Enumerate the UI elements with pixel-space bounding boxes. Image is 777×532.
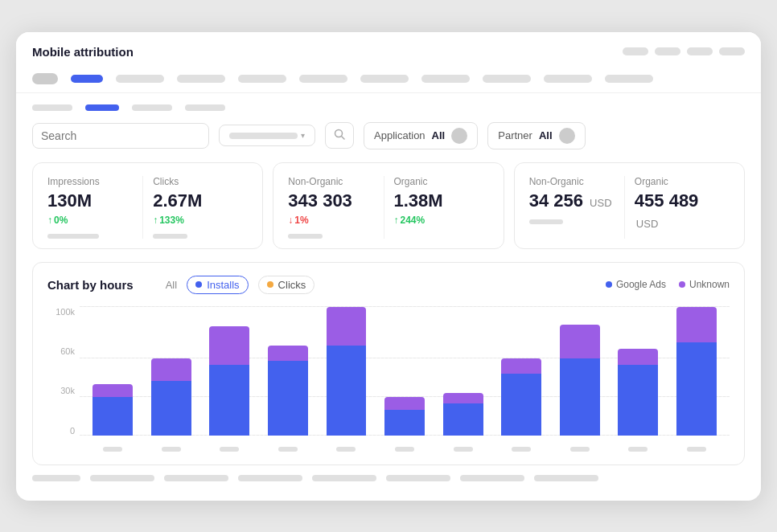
bar-bottom-10 [676, 342, 717, 435]
filter-installs-tag[interactable]: Installs [187, 276, 248, 294]
x-tick-3 [278, 447, 298, 452]
partner-filter[interactable]: Partner All [487, 122, 585, 149]
search-dropdown[interactable]: ▾ [219, 125, 315, 146]
impressions-label: Impressions [47, 176, 133, 187]
chevron-down-icon: ▾ [301, 131, 305, 140]
installs-nonorganic-label: Non-Organic [288, 176, 373, 187]
svg-line-1 [342, 137, 345, 140]
revenue-organic-section: Organic 455 489 USD [635, 176, 730, 239]
application-label: Application [374, 129, 426, 141]
sub-tab-2[interactable] [85, 104, 119, 111]
nav-pill-10[interactable] [544, 75, 592, 83]
search-button[interactable] [325, 122, 354, 149]
bar-stack-8 [560, 325, 600, 436]
bar-stack-5 [384, 397, 425, 436]
installs-nonorganic-change: ↓ 1% [288, 215, 373, 226]
arrow-up-icon: ↑ [47, 215, 52, 226]
search-input[interactable] [41, 129, 200, 142]
bar-group-4 [319, 307, 373, 436]
filter-installs-label: Installs [207, 279, 239, 291]
chart-legend: Google Ads Unknown [606, 279, 730, 290]
window-title: Mobile attribution [32, 45, 134, 59]
installs-dot-icon [195, 281, 202, 288]
installs-nonorganic-section: Non-Organic 343 303 ↓ 1% [288, 176, 384, 239]
arrow-down-icon: ↓ [288, 215, 293, 226]
bar-top-4 [327, 307, 367, 346]
legend-unknown: Unknown [679, 279, 730, 290]
chart-filters: All Installs Clicks [166, 276, 315, 294]
title-bar: Mobile attribution [16, 32, 761, 68]
nav-pill-9[interactable] [483, 75, 531, 83]
chart-header: Chart by hours All Installs Clicks Googl… [47, 276, 730, 294]
bar-bottom-8 [560, 358, 600, 436]
nav-pill-4[interactable] [177, 75, 225, 83]
bar-stack-9 [618, 349, 658, 435]
x-label-6 [436, 447, 490, 452]
bar-group-5 [378, 307, 432, 436]
action-pill-1[interactable] [623, 47, 648, 55]
nav-pill-5[interactable] [238, 75, 286, 83]
action-pill-2[interactable] [655, 47, 680, 55]
nav-pill-8[interactable] [421, 75, 470, 83]
filter-clicks-label: Clicks [278, 279, 306, 291]
installs-organic-change: ↑ 244% [394, 215, 479, 226]
application-filter[interactable]: Application All [364, 122, 478, 149]
partner-value: All [539, 129, 553, 141]
x-tick-0 [103, 447, 122, 452]
impressions-change: ↑ 0% [47, 215, 133, 226]
bar-top-3 [268, 346, 308, 361]
impressions-value: 130M [47, 190, 133, 211]
x-label-4 [319, 447, 373, 452]
bar-group-10 [669, 307, 723, 436]
bar-stack-3 [268, 346, 308, 436]
nav-pill-7[interactable] [360, 75, 409, 83]
sub-tab-4[interactable] [185, 104, 225, 111]
revenue-nonorganic-label: Non-Organic [529, 176, 615, 187]
x-label-5 [378, 447, 432, 452]
bottom-bar-3 [164, 475, 228, 481]
nav-bar [16, 68, 761, 93]
impressions-bar [47, 234, 99, 239]
title-bar-actions [623, 47, 745, 55]
bar-top-7 [501, 358, 541, 374]
bar-group-7 [495, 307, 549, 436]
nav-pill-11[interactable] [605, 75, 653, 83]
action-pill-3[interactable] [687, 47, 713, 55]
nav-active-pill[interactable] [71, 75, 103, 83]
bar-bottom-5 [384, 410, 425, 436]
x-tick-2 [220, 447, 239, 452]
revenue-nonorganic-section: Non-Organic 34 256 USD [529, 176, 625, 239]
bottom-bar-8 [534, 475, 598, 481]
bottom-bar-2 [90, 475, 154, 481]
bar-stack-1 [151, 358, 191, 436]
bar-group-2 [203, 307, 257, 436]
filter-clicks-tag[interactable]: Clicks [258, 276, 315, 294]
x-labels [86, 447, 723, 452]
impressions-clicks-card: Impressions 130M ↑ 0% Clicks 2.67M ↑ 133… [32, 162, 263, 249]
x-label-0 [86, 447, 140, 452]
y-label-100k: 100k [47, 307, 80, 317]
action-pill-4[interactable] [719, 47, 745, 55]
x-label-3 [261, 447, 315, 452]
impressions-section: Impressions 130M ↑ 0% [47, 176, 143, 239]
x-tick-1 [162, 447, 181, 452]
nav-pill-6[interactable] [299, 75, 347, 83]
clicks-section: Clicks 2.67M ↑ 133% [153, 176, 248, 239]
bar-top-10 [676, 307, 717, 343]
installs-organic-label: Organic [394, 176, 479, 187]
bar-stack-6 [443, 393, 483, 436]
bar-group-8 [553, 307, 606, 436]
nav-home-pill[interactable] [32, 73, 58, 84]
bar-stack-0 [92, 384, 133, 436]
bottom-bar-1 [32, 475, 80, 481]
x-tick-4 [336, 447, 356, 452]
y-label-0: 0 [47, 426, 80, 436]
bottom-bar-7 [460, 475, 524, 481]
x-tick-5 [395, 447, 414, 452]
sub-tab-1[interactable] [32, 104, 72, 111]
clicks-dot-icon [267, 281, 273, 288]
x-label-10 [669, 447, 723, 452]
sub-tab-3[interactable] [132, 104, 172, 111]
nav-pill-3[interactable] [116, 75, 164, 83]
search-box[interactable] [32, 123, 209, 149]
